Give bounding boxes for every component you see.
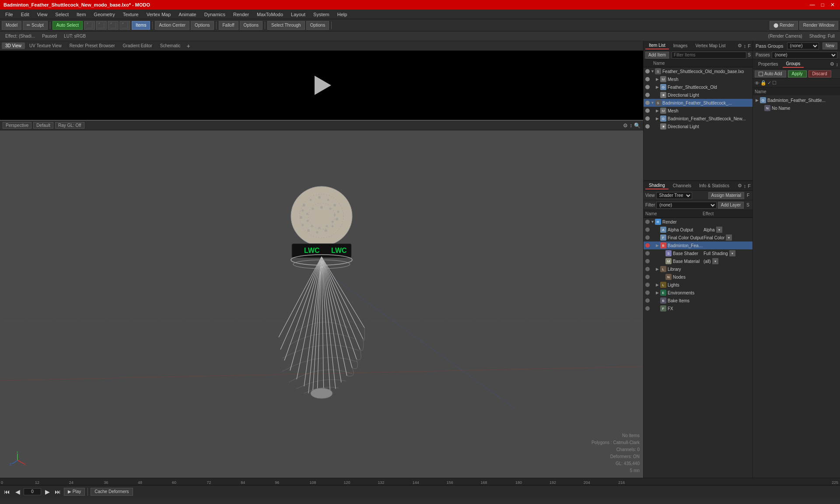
discard-button[interactable]: Discard [808,70,831,77]
item-list-settings-icon[interactable]: ⚙ [738,43,742,49]
groups-lock-icon[interactable]: 🔒 [760,80,766,86]
tab-shading[interactable]: Shading [645,182,668,189]
shader-vis-4[interactable] [645,251,650,256]
frame-input[interactable] [24,488,41,495]
lights-arrow[interactable]: ▶ [656,283,660,287]
maximize-button[interactable]: □ [819,2,826,8]
next-frame-button[interactable]: ▶ [43,487,52,496]
shader-vis-11[interactable] [645,306,650,311]
tb-icon3[interactable]: ⬛ [108,21,119,30]
prev-frame-button[interactable]: ◀ [13,487,22,496]
minimize-button[interactable]: — [808,2,817,8]
passes-select[interactable]: (none) [772,52,837,59]
shader-vis-10[interactable] [645,298,650,303]
shader-item-base-material[interactable]: M Base Material (all) ▾ [644,257,752,265]
shader-vis-0[interactable] [645,220,650,224]
menu-view[interactable]: View [34,11,51,18]
render-button[interactable]: ⬤ Render [770,21,798,30]
shader-vis-7[interactable] [645,275,650,279]
groups-maximize-icon[interactable]: ↕ [836,62,839,67]
render-arrow[interactable]: ▼ [651,220,655,224]
groups-box-icon[interactable]: ☐ [772,80,777,86]
preview-play-button[interactable] [311,74,332,96]
alpha-dropdown[interactable]: ▾ [716,227,722,233]
menu-vertex-map[interactable]: Vertex Map [143,11,175,18]
pass-groups-select[interactable]: (none) [787,42,819,49]
cache-deformers-button[interactable]: Cache Deformers [91,488,133,496]
vis-dot-7[interactable] [645,124,650,129]
menu-animate[interactable]: Animate [175,11,200,18]
shader-item-library[interactable]: ▶ L Library [644,265,752,273]
shader-item-alpha[interactable]: A Alpha Output Alpha ▾ [644,226,752,234]
options1-button[interactable]: Options [191,21,214,30]
menu-select[interactable]: Select [52,11,72,18]
item-list-pin-icon[interactable]: F [748,43,751,49]
shader-tree-select[interactable]: Shader Tree [656,192,692,199]
shader-vis-1[interactable] [645,228,650,232]
assign-material-button[interactable]: Assign Material [708,192,744,199]
options3-button[interactable]: Options [306,21,329,30]
add-item-button[interactable]: Add Item [645,52,669,59]
auto-select-button[interactable]: Auto Select [52,21,83,30]
filter-items-input[interactable] [672,52,746,59]
shader-vis-5[interactable] [645,259,650,263]
tree-item-4[interactable]: ▼ S Badminton_Feather_Shuttlecock_... [644,99,752,107]
arrow-4[interactable]: ▼ [651,101,655,105]
close-button[interactable]: ✕ [829,2,836,8]
tab-schematic[interactable]: Schematic [157,42,184,49]
shader-item-nodes[interactable]: N Nodes [644,273,752,281]
select-through-button[interactable]: Select Through [267,21,305,30]
shader-item-environments[interactable]: ▶ E Environments [644,289,752,297]
viewport-settings-icon[interactable]: ⚙ [623,122,628,129]
shader-item-bake[interactable]: B Bake Items [644,297,752,304]
shader-item-final[interactable]: F Final Color Output Final Color ▾ [644,234,752,242]
groups-tree-item-1[interactable]: N No Name [754,104,839,112]
shader-item-base-shader[interactable]: S Base Shader Full Shading ▾ [644,249,752,257]
tb-icon2[interactable]: ⬛ [96,21,107,30]
paused-label[interactable]: Paused [39,33,60,39]
tree-item-7[interactable]: ☀ Directional Light [644,122,752,130]
shading-label[interactable]: Shading: Full [807,33,837,39]
tree-item-0[interactable]: ▼ S Feather_Shuttlecock_Old_modo_base.lx… [644,67,752,75]
vis-dot-3[interactable] [645,93,650,97]
add-layer-button[interactable]: Add Layer [718,202,744,209]
perspective-label[interactable]: Perspective [3,122,32,129]
arrow-5[interactable]: ▶ [656,108,660,113]
tab-channels[interactable]: Channels [669,182,695,189]
vis-dot-1[interactable] [645,77,650,81]
base-material-dropdown[interactable]: ▾ [712,258,718,264]
tb-icon1[interactable]: ⬛ [84,21,95,30]
render-camera-label[interactable]: (Render Camera) [766,33,805,39]
tab-gradient-editor[interactable]: Gradient Editor [119,42,156,49]
viewport-search-icon[interactable]: 🔍 [634,122,640,129]
tab-groups[interactable]: Groups [783,60,804,68]
menu-dynamics[interactable]: Dynamics [201,11,229,18]
menu-geometry[interactable]: Geometry [90,11,118,18]
default-label[interactable]: Default [33,122,53,129]
render-window-button[interactable]: Render Window [799,21,838,30]
effect-label[interactable]: Effect: (Shadi... [3,33,38,39]
tree-item-1[interactable]: ▶ M Mesh [644,75,752,83]
tb-icon4[interactable]: ⬛ [119,21,130,30]
badminton-arrow[interactable]: ▶ [656,243,660,248]
falloff-button[interactable]: Falloff [219,21,238,30]
menu-texture[interactable]: Texture [119,11,142,18]
model-button[interactable]: Model [2,21,21,30]
library-arrow[interactable]: ▶ [656,267,660,271]
arrow-6[interactable]: ▶ [656,116,660,121]
shader-vis-3[interactable] [645,243,650,248]
base-shader-dropdown[interactable]: ▾ [729,250,735,256]
tab-render-preset[interactable]: Render Preset Browser [66,42,119,49]
shader-vis-9[interactable] [645,290,650,295]
menu-maxtomodo[interactable]: MaxToModo [253,11,287,18]
canvas-area[interactable]: LWC LWC [0,130,643,478]
shader-item-lights[interactable]: ▶ L Lights [644,281,752,289]
tab-uv-texture[interactable]: UV Texture View [26,42,65,49]
env-arrow[interactable]: ▶ [656,290,660,295]
groups-tree-item-0[interactable]: ▶ G Badminton_Feather_Shuttle... [754,96,839,104]
tab-add-button[interactable]: + [185,42,192,49]
menu-edit[interactable]: Edit [18,11,33,18]
menu-system[interactable]: System [310,11,333,18]
tree-item-6[interactable]: ▶ G Badminton_Feather_Shuttlecock_New... [644,115,752,122]
groups-settings-icon[interactable]: ⚙ [830,61,834,67]
